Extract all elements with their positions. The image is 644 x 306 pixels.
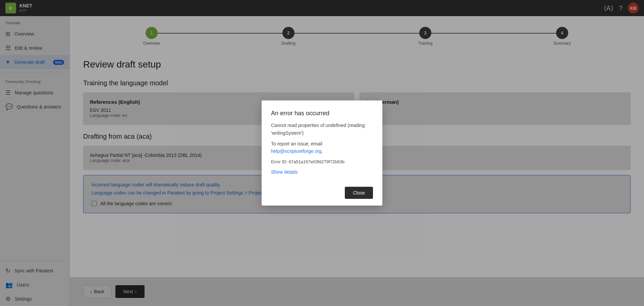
- modal-report: To report an issue, email help@scripture…: [271, 140, 373, 155]
- modal-actions: Close: [271, 187, 373, 199]
- modal-error-id: Error ID: 67a51a167e03fd279f72b83b: [271, 159, 373, 166]
- modal-overlay: An error has occurred Cannot read proper…: [0, 0, 644, 306]
- modal-body: Cannot read properties of undefined (rea…: [271, 122, 373, 165]
- modal-message: Cannot read properties of undefined (rea…: [271, 122, 373, 137]
- modal-title: An error has occurred: [271, 110, 373, 117]
- error-modal: An error has occurred Cannot read proper…: [262, 100, 382, 205]
- show-details-link[interactable]: Show details: [271, 169, 298, 175]
- modal-close-button[interactable]: Close: [345, 187, 373, 199]
- report-email-link[interactable]: help@scriptureforge.org: [271, 148, 321, 154]
